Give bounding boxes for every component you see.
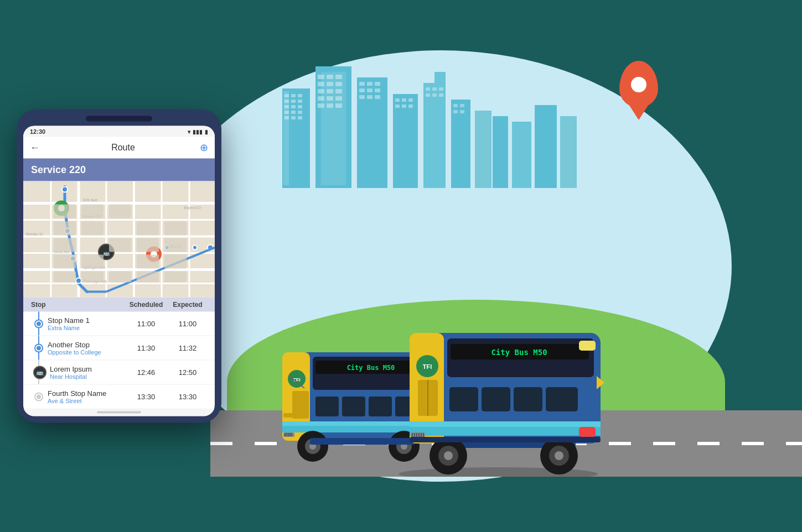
svg-rect-27 [335, 89, 342, 93]
svg-rect-180 [137, 238, 159, 252]
svg-rect-171 [54, 205, 76, 218]
svg-rect-83 [283, 413, 294, 418]
svg-rect-174 [54, 222, 76, 236]
svg-rect-61 [460, 104, 464, 107]
svg-rect-179 [109, 238, 131, 252]
home-bar [97, 411, 141, 414]
svg-rect-46 [402, 98, 406, 102]
stop-row[interactable]: Stop Name 1 Extra Name 11:00 11:00 [23, 312, 215, 336]
svg-rect-96 [284, 433, 286, 436]
stop-dot [35, 345, 42, 351]
svg-rect-20 [327, 75, 333, 79]
svg-rect-65 [493, 116, 508, 188]
svg-point-162 [193, 246, 197, 250]
svg-rect-13 [298, 111, 302, 114]
phone-notch [86, 116, 152, 122]
svg-rect-176 [137, 222, 159, 236]
svg-rect-133 [410, 437, 601, 442]
svg-rect-49 [402, 105, 406, 108]
svg-rect-19 [318, 75, 324, 79]
stop-info: Another Stop Opposite to College [48, 341, 124, 356]
svg-rect-47 [408, 98, 413, 102]
svg-rect-172 [81, 205, 104, 218]
svg-rect-182 [54, 255, 76, 269]
stop-row[interactable]: Fourth Stop Name Ave & Street 13:30 13:3… [23, 385, 215, 409]
svg-rect-29 [327, 96, 333, 101]
col-stop-header: Stop [31, 301, 124, 309]
stop-dot [35, 393, 42, 400]
svg-rect-80 [292, 391, 309, 419]
svg-rect-99 [289, 433, 291, 436]
svg-rect-74 [315, 397, 339, 416]
scene: City Bus M50 TFI [0, 0, 802, 532]
map-area[interactable]: Erie Ave Beaver Dr Montar St Delta Ave S… [23, 181, 215, 298]
stop-name: Fourth Stop Name [48, 389, 124, 398]
svg-rect-3 [291, 94, 296, 97]
location-icon[interactable]: ⊕ [200, 142, 208, 154]
svg-rect-4 [298, 94, 302, 97]
svg-rect-45 [395, 98, 400, 102]
svg-rect-14 [284, 116, 289, 119]
back-button[interactable]: ← [30, 142, 40, 153]
svg-rect-31 [318, 103, 324, 108]
svg-rect-7 [298, 100, 302, 103]
svg-rect-109 [514, 387, 542, 411]
svg-rect-183 [81, 255, 104, 269]
svg-rect-39 [367, 88, 372, 92]
svg-rect-32 [327, 103, 333, 108]
svg-rect-5 [284, 100, 289, 103]
svg-rect-9 [291, 105, 296, 108]
svg-rect-98 [288, 433, 289, 436]
stop-scheduled: 13:30 [124, 393, 168, 401]
city-skyline [271, 44, 581, 199]
svg-rect-117 [579, 341, 596, 351]
svg-text:City Bus M50: City Bus M50 [491, 348, 547, 357]
stop-scheduled: 11:30 [124, 344, 168, 352]
svg-rect-15 [291, 116, 296, 119]
svg-rect-51 [423, 83, 446, 188]
svg-rect-37 [375, 82, 380, 86]
stop-scheduled: 11:00 [124, 320, 168, 328]
battery-icon: ▮ [205, 128, 208, 134]
svg-rect-57 [432, 93, 437, 97]
svg-rect-190 [164, 272, 187, 283]
svg-rect-55 [439, 87, 443, 91]
svg-rect-8 [284, 105, 289, 108]
svg-rect-185 [164, 255, 187, 269]
stop-table-header: Stop Scheduled Expected [23, 298, 215, 312]
svg-rect-35 [359, 82, 365, 86]
bus-2: City Bus M50 TFI [387, 316, 609, 477]
svg-text:Erie Ave: Erie Ave [83, 198, 97, 202]
stop-row[interactable]: Another Stop Opposite to College 11:30 1… [23, 336, 215, 361]
svg-rect-188 [109, 272, 131, 283]
svg-rect-68 [560, 116, 577, 188]
stop-extra-name: Near Hospital [50, 373, 124, 380]
svg-rect-62 [453, 110, 458, 113]
stop-info: Stop Name 1 Extra Name [48, 316, 124, 331]
pin-circle [631, 77, 646, 92]
svg-rect-56 [426, 93, 430, 97]
svg-rect-186 [54, 272, 76, 283]
svg-rect-28 [318, 96, 324, 101]
phone: 12:30 ▾ ▮▮▮ ▮ ← Route ⊕ Service 220 [17, 109, 221, 423]
svg-point-129 [444, 451, 453, 460]
svg-rect-50 [408, 105, 413, 108]
svg-rect-63 [460, 110, 464, 113]
svg-rect-107 [449, 387, 478, 411]
svg-rect-181 [164, 238, 187, 252]
svg-rect-66 [512, 122, 531, 188]
svg-rect-11 [284, 111, 289, 114]
svg-rect-38 [359, 88, 365, 92]
svg-rect-41 [359, 95, 365, 99]
svg-rect-2 [284, 94, 289, 97]
svg-rect-108 [482, 387, 510, 411]
stop-bus-marker: 🚌 [33, 366, 46, 379]
svg-rect-54 [432, 87, 437, 91]
svg-rect-118 [579, 427, 596, 437]
svg-point-156 [62, 187, 68, 192]
svg-rect-120 [412, 433, 413, 437]
stop-row[interactable]: 🚌 Lorem Ipsum Near Hospital 12:46 12:50 [23, 361, 215, 385]
stop-dot [35, 320, 42, 327]
svg-point-132 [555, 451, 563, 460]
svg-rect-48 [395, 105, 400, 108]
